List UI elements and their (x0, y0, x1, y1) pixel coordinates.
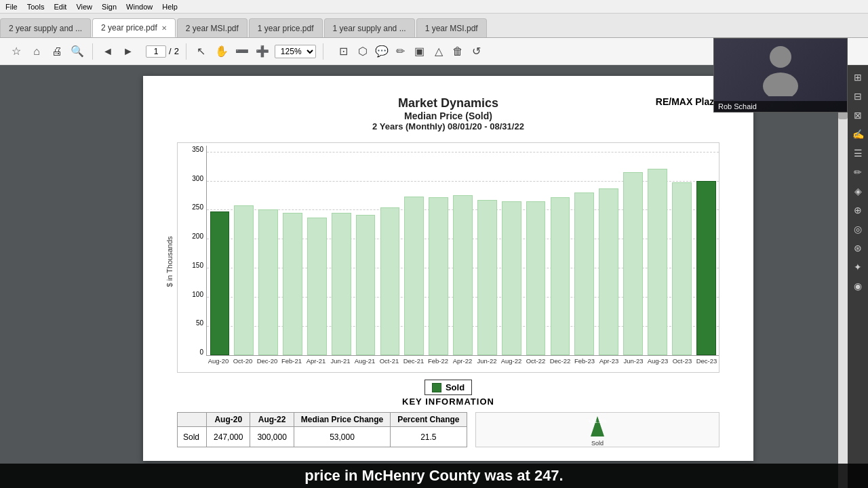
sidebar-icon-3[interactable]: ⊠ (850, 107, 866, 123)
x-axis-label: Apr-23 (597, 357, 621, 365)
legend-box (432, 383, 441, 392)
x-axis-label: Aug-20 (206, 357, 231, 365)
bottom-text: price in McHenry County was at 247. (304, 467, 563, 485)
sidebar-icon-4[interactable]: ✍ (850, 126, 866, 142)
bar (477, 200, 497, 355)
sidebar-icon-8[interactable]: ⊕ (850, 202, 866, 218)
sidebar-icon-11[interactable]: ✦ (850, 259, 866, 275)
legend-container: Sold (425, 380, 472, 395)
tab-close-icon[interactable]: ✕ (161, 24, 167, 32)
table-header-mpc: Median Price Change (294, 413, 390, 427)
tab-2year-price[interactable]: 2 year price.pdf ✕ (92, 18, 176, 37)
tab-label: 2 year price.pdf (101, 23, 157, 33)
x-axis-label: Feb-22 (426, 357, 450, 365)
menu-file[interactable]: File (5, 3, 18, 11)
tab-2year-msi[interactable]: 2 year MSI.pdf (177, 18, 248, 37)
remax-label: RE/MAX Plaza (656, 96, 719, 107)
bar (307, 218, 327, 355)
page-nav: / 2 (146, 45, 179, 58)
sidebar-icon-10[interactable]: ⊛ (850, 240, 866, 256)
menu-view[interactable]: View (76, 3, 92, 11)
comment-icon[interactable]: 💬 (374, 43, 390, 60)
sidebar-icon-9[interactable]: ◎ (850, 221, 866, 237)
x-axis-label: Aug-22 (499, 357, 524, 365)
x-axis-label: Jun-23 (621, 357, 646, 365)
bar (551, 197, 570, 355)
bottom-bar: price in McHenry County was at 247. (0, 464, 868, 488)
undo-icon[interactable]: ↺ (469, 43, 485, 60)
tab-1year-supply[interactable]: 1 year supply and ... (324, 18, 415, 37)
y-label-150: 150 (192, 262, 203, 269)
chart-date-range: 2 Years (Monthly) 08/01/20 - 08/31/22 (177, 121, 719, 131)
stamp-icon[interactable]: ⬡ (355, 43, 371, 60)
x-axis-label: Oct-21 (377, 357, 401, 365)
x-axis-label: Feb-23 (572, 357, 597, 365)
tab-2year-supply[interactable]: 2 year supply and ... (0, 18, 91, 37)
zoom-in-icon[interactable]: ➕ (254, 43, 271, 60)
menu-help[interactable]: Help (162, 3, 178, 11)
sidebar-icon-2[interactable]: ⊟ (850, 88, 866, 104)
sidebar-icon-12[interactable]: ◉ (850, 278, 866, 294)
menu-bar: File Tools Edit View Sign Window Help (0, 0, 868, 14)
bar-group (403, 146, 426, 355)
home-icon[interactable]: ⌂ (28, 43, 45, 60)
pencil-icon[interactable]: ✏ (393, 43, 409, 60)
tab-1year-price[interactable]: 1 year price.pdf (249, 18, 323, 37)
tabs-bar: 2 year supply and ... 2 year price.pdf ✕… (0, 14, 868, 38)
legend-area: Sold (177, 380, 719, 395)
print-icon[interactable]: 🖨 (49, 43, 65, 60)
prev-page-icon[interactable]: ◄ (100, 43, 116, 60)
bar-group (354, 146, 377, 355)
zoom-out-icon[interactable]: ➖ (234, 43, 250, 60)
menu-tools[interactable]: Tools (27, 3, 45, 11)
main-area: Market Dynamics Median Price (Sold) 2 Ye… (0, 65, 868, 488)
bar-group (281, 146, 304, 355)
bar (526, 201, 546, 355)
legend-label: Sold (446, 382, 465, 392)
table-cell-aug20: 247,000 (207, 427, 250, 447)
menu-sign[interactable]: Sign (102, 3, 117, 11)
left-sidebar (0, 65, 58, 488)
sidebar-icon-1[interactable]: ⊞ (850, 69, 866, 85)
video-overlay: Rob Schaid (713, 38, 848, 113)
table-cell-percent: 21.5 (391, 427, 467, 447)
tab-label: 2 year supply and ... (9, 24, 82, 33)
page-number-input[interactable] (146, 45, 166, 58)
trash-icon[interactable]: 🗑 (450, 43, 466, 60)
search-icon[interactable]: 🔍 (69, 43, 85, 60)
bar-group (378, 146, 401, 355)
menu-edit[interactable]: Edit (54, 3, 66, 11)
sidebar-icon-7[interactable]: ◈ (850, 183, 866, 199)
key-info-label: KEY INFORMATION (177, 396, 719, 407)
x-axis-label: Dec-22 (548, 357, 572, 365)
chart-subtitle: Median Price (Sold) (177, 110, 719, 121)
menu-window[interactable]: Window (126, 3, 153, 11)
sidebar-icon-6[interactable]: ✏ (850, 164, 866, 180)
table-cell-aug22: 300,000 (250, 427, 294, 447)
highlight-icon[interactable]: ▣ (412, 43, 428, 60)
x-axis-label: Oct-23 (670, 357, 694, 365)
bar-group (694, 146, 717, 355)
zoom-select[interactable]: 125% 100% 150% (275, 45, 316, 58)
sidebar-icon-5[interactable]: ☰ (850, 145, 866, 161)
next-page-icon[interactable]: ► (120, 43, 136, 60)
y-label-300: 300 (192, 175, 203, 182)
select-icon[interactable]: ⊡ (336, 43, 352, 60)
hand-icon[interactable]: ✋ (214, 43, 230, 60)
scroll-track[interactable] (838, 65, 848, 488)
tab-1year-msi[interactable]: 1 year MSI.pdf (416, 18, 487, 37)
pdf-content: Market Dynamics Median Price (Sold) 2 Ye… (58, 65, 838, 488)
bar-group (670, 146, 693, 355)
shapes-icon[interactable]: △ (431, 43, 447, 60)
page-total: 2 (174, 46, 179, 56)
bookmark-toolbar-icon[interactable]: ☆ (8, 43, 24, 60)
bar (234, 205, 254, 355)
bar-group (257, 146, 280, 355)
chart-title-area: Market Dynamics Median Price (Sold) 2 Ye… (177, 96, 719, 131)
bar (672, 182, 692, 355)
bar-group (597, 146, 620, 355)
bar (502, 201, 521, 355)
x-axis-label: Oct-20 (231, 357, 255, 365)
x-axis-label: Jun-21 (328, 357, 353, 365)
cursor-icon[interactable]: ↖ (193, 43, 210, 60)
